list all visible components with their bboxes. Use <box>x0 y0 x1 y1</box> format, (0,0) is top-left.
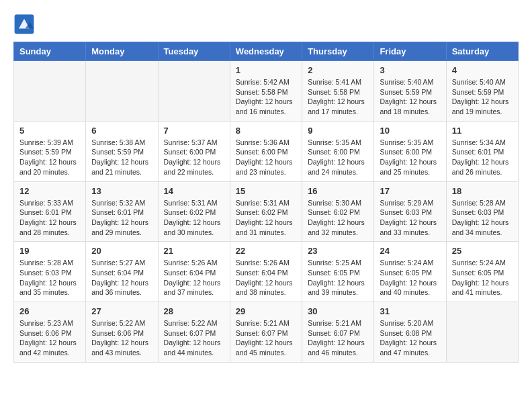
calendar-cell: 13Sunrise: 5:32 AM Sunset: 6:01 PM Dayli… <box>86 181 158 242</box>
day-info: Sunrise: 5:22 AM Sunset: 6:06 PM Dayligh… <box>91 318 152 358</box>
day-number: 16 <box>308 186 368 196</box>
calendar-cell: 4Sunrise: 5:40 AM Sunset: 5:59 PM Daylig… <box>446 61 518 122</box>
calendar-cell: 26Sunrise: 5:23 AM Sunset: 6:06 PM Dayli… <box>14 302 86 363</box>
day-number: 3 <box>380 65 440 75</box>
day-info: Sunrise: 5:24 AM Sunset: 6:05 PM Dayligh… <box>452 258 513 298</box>
day-number: 18 <box>452 186 513 196</box>
day-info: Sunrise: 5:42 AM Sunset: 5:58 PM Dayligh… <box>236 77 296 117</box>
day-number: 25 <box>452 246 513 256</box>
calendar-cell: 20Sunrise: 5:27 AM Sunset: 6:04 PM Dayli… <box>86 242 158 302</box>
day-info: Sunrise: 5:26 AM Sunset: 6:04 PM Dayligh… <box>164 258 224 298</box>
calendar-cell: 19Sunrise: 5:28 AM Sunset: 6:03 PM Dayli… <box>14 242 86 302</box>
calendar-cell: 27Sunrise: 5:22 AM Sunset: 6:06 PM Dayli… <box>86 302 158 363</box>
calendar-week-row: 5Sunrise: 5:39 AM Sunset: 5:59 PM Daylig… <box>14 121 519 181</box>
column-header-saturday: Saturday <box>446 42 518 61</box>
day-info: Sunrise: 5:21 AM Sunset: 6:07 PM Dayligh… <box>308 318 368 358</box>
calendar-cell: 3Sunrise: 5:40 AM Sunset: 5:59 PM Daylig… <box>374 61 446 122</box>
day-number: 23 <box>308 246 368 256</box>
calendar-cell <box>86 61 158 122</box>
day-number: 11 <box>452 126 513 136</box>
header <box>13 13 519 35</box>
day-info: Sunrise: 5:37 AM Sunset: 6:00 PM Dayligh… <box>164 138 224 177</box>
calendar-cell <box>158 61 230 122</box>
calendar-cell: 23Sunrise: 5:25 AM Sunset: 6:05 PM Dayli… <box>302 242 374 302</box>
day-number: 17 <box>380 186 440 196</box>
calendar-cell: 2Sunrise: 5:41 AM Sunset: 5:58 PM Daylig… <box>302 61 374 122</box>
day-info: Sunrise: 5:28 AM Sunset: 6:03 PM Dayligh… <box>19 258 80 298</box>
calendar-cell: 31Sunrise: 5:20 AM Sunset: 6:08 PM Dayli… <box>374 302 446 363</box>
calendar-week-row: 1Sunrise: 5:42 AM Sunset: 5:58 PM Daylig… <box>14 61 519 122</box>
day-info: Sunrise: 5:36 AM Sunset: 6:00 PM Dayligh… <box>236 138 296 177</box>
calendar-cell: 30Sunrise: 5:21 AM Sunset: 6:07 PM Dayli… <box>302 302 374 363</box>
day-number: 12 <box>19 186 80 196</box>
day-info: Sunrise: 5:33 AM Sunset: 6:01 PM Dayligh… <box>19 198 80 238</box>
day-info: Sunrise: 5:30 AM Sunset: 6:02 PM Dayligh… <box>308 198 368 238</box>
calendar-header-row: SundayMondayTuesdayWednesdayThursdayFrid… <box>14 42 519 61</box>
day-info: Sunrise: 5:38 AM Sunset: 5:59 PM Dayligh… <box>91 138 152 177</box>
calendar-cell: 21Sunrise: 5:26 AM Sunset: 6:04 PM Dayli… <box>158 242 230 302</box>
day-number: 31 <box>380 306 440 316</box>
day-info: Sunrise: 5:39 AM Sunset: 5:59 PM Dayligh… <box>19 138 80 177</box>
day-number: 1 <box>236 65 296 75</box>
day-number: 20 <box>91 246 152 256</box>
day-number: 28 <box>164 306 224 316</box>
day-info: Sunrise: 5:27 AM Sunset: 6:04 PM Dayligh… <box>91 258 152 298</box>
calendar-cell: 10Sunrise: 5:35 AM Sunset: 6:00 PM Dayli… <box>374 121 446 181</box>
day-number: 24 <box>380 246 440 256</box>
day-info: Sunrise: 5:28 AM Sunset: 6:03 PM Dayligh… <box>452 198 513 238</box>
day-info: Sunrise: 5:34 AM Sunset: 6:01 PM Dayligh… <box>452 138 513 177</box>
column-header-sunday: Sunday <box>14 42 86 61</box>
calendar-cell: 22Sunrise: 5:26 AM Sunset: 6:04 PM Dayli… <box>230 242 302 302</box>
day-number: 22 <box>236 246 296 256</box>
column-header-thursday: Thursday <box>302 42 374 61</box>
day-info: Sunrise: 5:32 AM Sunset: 6:01 PM Dayligh… <box>91 198 152 238</box>
calendar-cell: 18Sunrise: 5:28 AM Sunset: 6:03 PM Dayli… <box>446 181 518 242</box>
day-info: Sunrise: 5:40 AM Sunset: 5:59 PM Dayligh… <box>380 77 440 117</box>
calendar-cell: 6Sunrise: 5:38 AM Sunset: 5:59 PM Daylig… <box>86 121 158 181</box>
column-header-monday: Monday <box>86 42 158 61</box>
day-info: Sunrise: 5:40 AM Sunset: 5:59 PM Dayligh… <box>452 77 513 117</box>
day-number: 26 <box>19 306 80 316</box>
calendar-week-row: 19Sunrise: 5:28 AM Sunset: 6:03 PM Dayli… <box>14 242 519 302</box>
calendar-week-row: 26Sunrise: 5:23 AM Sunset: 6:06 PM Dayli… <box>14 302 519 363</box>
day-info: Sunrise: 5:35 AM Sunset: 6:00 PM Dayligh… <box>380 138 440 177</box>
calendar-cell <box>446 302 518 363</box>
day-info: Sunrise: 5:20 AM Sunset: 6:08 PM Dayligh… <box>380 318 440 358</box>
calendar-table: SundayMondayTuesdayWednesdayThursdayFrid… <box>13 42 519 363</box>
day-number: 2 <box>308 65 368 75</box>
day-info: Sunrise: 5:31 AM Sunset: 6:02 PM Dayligh… <box>236 198 296 238</box>
day-info: Sunrise: 5:26 AM Sunset: 6:04 PM Dayligh… <box>236 258 296 298</box>
column-header-wednesday: Wednesday <box>230 42 302 61</box>
logo <box>13 13 39 35</box>
column-header-friday: Friday <box>374 42 446 61</box>
day-number: 30 <box>308 306 368 316</box>
day-info: Sunrise: 5:31 AM Sunset: 6:02 PM Dayligh… <box>164 198 224 238</box>
day-number: 21 <box>164 246 224 256</box>
calendar-week-row: 12Sunrise: 5:33 AM Sunset: 6:01 PM Dayli… <box>14 181 519 242</box>
day-number: 8 <box>236 126 296 136</box>
calendar-cell: 1Sunrise: 5:42 AM Sunset: 5:58 PM Daylig… <box>230 61 302 122</box>
day-number: 10 <box>380 126 440 136</box>
calendar-cell: 16Sunrise: 5:30 AM Sunset: 6:02 PM Dayli… <box>302 181 374 242</box>
calendar-cell: 7Sunrise: 5:37 AM Sunset: 6:00 PM Daylig… <box>158 121 230 181</box>
calendar-cell: 9Sunrise: 5:35 AM Sunset: 6:00 PM Daylig… <box>302 121 374 181</box>
calendar-cell: 24Sunrise: 5:24 AM Sunset: 6:05 PM Dayli… <box>374 242 446 302</box>
calendar-cell: 15Sunrise: 5:31 AM Sunset: 6:02 PM Dayli… <box>230 181 302 242</box>
day-info: Sunrise: 5:35 AM Sunset: 6:00 PM Dayligh… <box>308 138 368 177</box>
calendar-cell: 14Sunrise: 5:31 AM Sunset: 6:02 PM Dayli… <box>158 181 230 242</box>
day-number: 5 <box>19 126 80 136</box>
calendar-cell: 28Sunrise: 5:22 AM Sunset: 6:07 PM Dayli… <box>158 302 230 363</box>
calendar-cell: 12Sunrise: 5:33 AM Sunset: 6:01 PM Dayli… <box>14 181 86 242</box>
day-number: 6 <box>91 126 152 136</box>
day-info: Sunrise: 5:24 AM Sunset: 6:05 PM Dayligh… <box>380 258 440 298</box>
calendar-cell: 8Sunrise: 5:36 AM Sunset: 6:00 PM Daylig… <box>230 121 302 181</box>
calendar-cell: 5Sunrise: 5:39 AM Sunset: 5:59 PM Daylig… <box>14 121 86 181</box>
calendar-cell: 29Sunrise: 5:21 AM Sunset: 6:07 PM Dayli… <box>230 302 302 363</box>
day-info: Sunrise: 5:23 AM Sunset: 6:06 PM Dayligh… <box>19 318 80 358</box>
day-number: 7 <box>164 126 224 136</box>
calendar-cell: 17Sunrise: 5:29 AM Sunset: 6:03 PM Dayli… <box>374 181 446 242</box>
calendar-cell <box>14 61 86 122</box>
day-number: 29 <box>236 306 296 316</box>
day-number: 15 <box>236 186 296 196</box>
day-number: 19 <box>19 246 80 256</box>
